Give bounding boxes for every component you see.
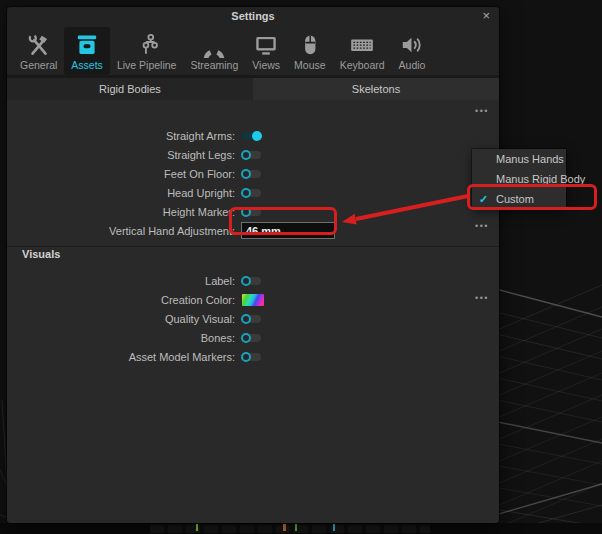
setting-label: Straight Legs: bbox=[7, 149, 235, 161]
streaming-icon bbox=[201, 32, 227, 58]
more-options-icon[interactable]: ••• bbox=[475, 107, 489, 115]
height-marker-toggle[interactable] bbox=[242, 208, 261, 216]
setting-label: Feet On Floor: bbox=[7, 168, 235, 180]
visuals-section-title: Visuals bbox=[22, 248, 60, 260]
quality-visual-toggle[interactable] bbox=[242, 315, 261, 323]
check-icon: ✓ bbox=[479, 193, 488, 206]
setting-row-label: Label: bbox=[7, 271, 499, 290]
feet-on-floor-toggle[interactable] bbox=[242, 170, 261, 178]
tab-label: Audio bbox=[399, 59, 426, 71]
setting-row-feet-on-floor: Feet On Floor: bbox=[7, 164, 499, 183]
setting-row-head-upright: Head Upright: bbox=[7, 183, 499, 202]
tab-label: Assets bbox=[71, 59, 103, 71]
setting-label: Vertical Hand Adjustment: bbox=[7, 225, 235, 237]
toggle-knob bbox=[252, 131, 262, 141]
tab-label: Views bbox=[252, 59, 280, 71]
menu-item-custom[interactable]: ✓ Custom bbox=[472, 189, 566, 209]
toggle-knob bbox=[241, 314, 251, 324]
asset-type-subtabs: Rigid Bodies Skeletons bbox=[7, 75, 499, 100]
head-upright-toggle[interactable] bbox=[242, 189, 261, 197]
toggle-knob bbox=[241, 276, 251, 286]
label-toggle[interactable] bbox=[242, 277, 261, 285]
setting-row-straight-legs: Straight Legs: bbox=[7, 145, 499, 164]
timeline-marker-orange bbox=[283, 524, 286, 531]
toggle-knob bbox=[241, 188, 251, 198]
timeline-marker-green bbox=[196, 524, 198, 531]
toggle-knob bbox=[241, 333, 251, 343]
tab-general[interactable]: General bbox=[13, 27, 64, 75]
skeleton-settings-rows: Straight Arms: Straight Legs: Feet On Fl… bbox=[7, 126, 499, 240]
bones-toggle[interactable] bbox=[242, 334, 261, 342]
titlebar[interactable]: Settings × bbox=[7, 7, 499, 25]
setting-row-height-marker: Height Marker: bbox=[7, 202, 499, 221]
menu-item-label: Custom bbox=[496, 193, 534, 205]
keyboard-icon bbox=[349, 32, 375, 58]
setting-row-quality-visual: Quality Visual: bbox=[7, 309, 499, 328]
more-options-icon[interactable]: ••• bbox=[475, 222, 489, 230]
straight-arms-toggle[interactable] bbox=[242, 132, 261, 140]
speaker-icon bbox=[399, 32, 425, 58]
setting-label: Straight Arms: bbox=[7, 130, 235, 142]
settings-window: Settings × General A bbox=[7, 7, 499, 523]
menu-item-manus-hands[interactable]: Manus Hands bbox=[472, 149, 566, 169]
tab-streaming[interactable]: Streaming bbox=[183, 27, 245, 75]
setting-row-straight-arms: Straight Arms: bbox=[7, 126, 499, 145]
background-timeline bbox=[150, 525, 430, 533]
toggle-knob bbox=[241, 207, 251, 217]
setting-label: Asset Model Markers: bbox=[7, 351, 235, 363]
close-icon[interactable]: × bbox=[482, 8, 490, 24]
tab-live-pipeline[interactable]: Live Pipeline bbox=[110, 27, 184, 75]
visuals-settings-rows: Label: Creation Color: Quality Visual: B… bbox=[7, 271, 499, 366]
tab-label: Streaming bbox=[190, 59, 238, 71]
pipeline-nodes-icon bbox=[134, 32, 160, 58]
toggle-knob bbox=[241, 169, 251, 179]
tab-label: Mouse bbox=[294, 59, 326, 71]
setting-label: Quality Visual: bbox=[7, 313, 235, 325]
timeline-marker-green2 bbox=[295, 524, 297, 531]
assets-bin-icon bbox=[74, 32, 100, 58]
monitor-icon bbox=[253, 32, 279, 58]
tab-label: General bbox=[20, 59, 57, 71]
setting-row-bones: Bones: bbox=[7, 328, 499, 347]
setting-row-asset-model-markers: Asset Model Markers: bbox=[7, 347, 499, 366]
menu-item-label: Manus Rigid Body bbox=[496, 173, 585, 185]
tab-audio[interactable]: Audio bbox=[392, 27, 433, 75]
timeline-marker-cyan bbox=[333, 524, 335, 531]
background-taskbar bbox=[0, 523, 602, 534]
desktop-background: Settings × General A bbox=[0, 0, 602, 534]
asset-model-markers-toggle[interactable] bbox=[242, 353, 261, 361]
tab-mouse[interactable]: Mouse bbox=[287, 27, 333, 75]
mouse-icon bbox=[297, 32, 323, 58]
tab-label: Live Pipeline bbox=[117, 59, 177, 71]
setting-row-vertical-hand-adjustment: Vertical Hand Adjustment: bbox=[7, 221, 499, 240]
setting-label: Creation Color: bbox=[7, 294, 235, 306]
tools-icon bbox=[26, 32, 52, 58]
toggle-knob bbox=[241, 150, 251, 160]
setting-label: Head Upright: bbox=[7, 187, 235, 199]
setting-label: Bones: bbox=[7, 332, 235, 344]
menu-item-label: Manus Hands bbox=[496, 153, 564, 165]
hand-preset-dropdown-menu: Manus Hands Manus Rigid Body ✓ Custom bbox=[472, 149, 566, 209]
skeletons-settings-panel: ••• Straight Arms: Straight Legs: Feet O… bbox=[7, 100, 499, 523]
setting-label: Height Marker: bbox=[7, 206, 235, 218]
tab-views[interactable]: Views bbox=[245, 27, 287, 75]
setting-label: Label: bbox=[7, 275, 235, 287]
settings-tabbar: General Assets Live Pipeline bbox=[7, 25, 499, 75]
tab-assets[interactable]: Assets bbox=[64, 27, 110, 75]
window-title: Settings bbox=[231, 10, 274, 22]
toggle-knob bbox=[241, 352, 251, 362]
setting-row-creation-color: Creation Color: bbox=[7, 290, 499, 309]
creation-color-swatch[interactable] bbox=[242, 294, 264, 306]
section-divider bbox=[7, 246, 499, 247]
menu-item-manus-rigid-body[interactable]: Manus Rigid Body bbox=[472, 169, 566, 189]
vertical-hand-adjustment-input[interactable] bbox=[241, 222, 335, 239]
tab-keyboard[interactable]: Keyboard bbox=[333, 27, 392, 75]
tab-rigid-bodies[interactable]: Rigid Bodies bbox=[7, 78, 253, 100]
more-options-icon[interactable]: ••• bbox=[475, 294, 489, 302]
tab-label: Keyboard bbox=[340, 59, 385, 71]
tab-skeletons[interactable]: Skeletons bbox=[253, 78, 499, 100]
straight-legs-toggle[interactable] bbox=[242, 151, 261, 159]
